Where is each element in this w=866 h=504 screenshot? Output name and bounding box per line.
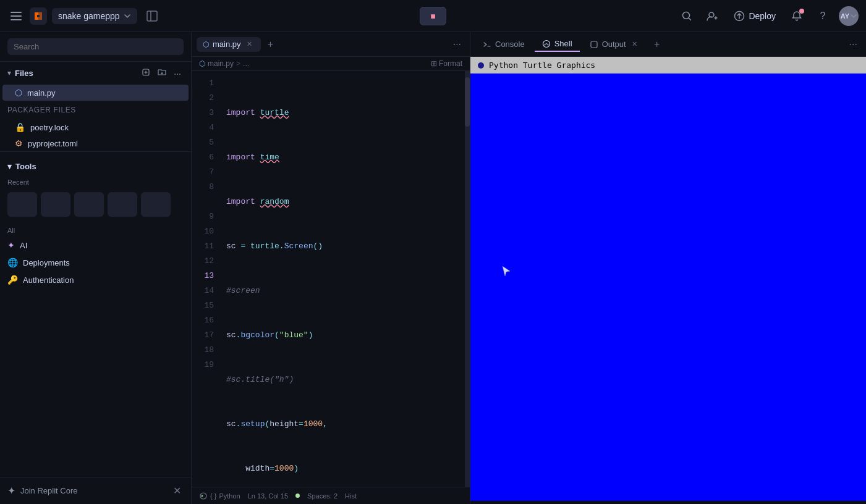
tools-chevron-icon: ▾	[7, 162, 12, 171]
code-line-2: import time	[221, 150, 470, 165]
recent-tool-5[interactable]	[141, 192, 171, 217]
join-bar-close-btn[interactable]: ✕	[171, 482, 184, 499]
console-tab-label: Console	[495, 40, 525, 49]
run-status-item[interactable]: { } Python	[199, 492, 240, 500]
shell-tab[interactable]: Shell	[535, 36, 580, 52]
output-tab[interactable]: Output ✕	[582, 37, 647, 52]
files-section-header[interactable]: ▾ Files ···	[0, 62, 191, 85]
ai-tool-item[interactable]: ✦ AI	[0, 237, 191, 254]
status-active-dot	[295, 494, 300, 498]
recent-label: Recent	[0, 176, 191, 188]
deployments-tool-icon: 🌐	[7, 258, 18, 267]
recent-icons-row	[0, 188, 191, 220]
poetry-lock-label: poetry.lock	[30, 123, 69, 132]
poetry-lock-icon: 🔒	[15, 122, 25, 132]
hist-label: Hist	[345, 492, 357, 500]
join-core-bar[interactable]: ✦ Join Replit Core ✕	[0, 477, 191, 504]
files-section-actions: ···	[139, 67, 184, 80]
code-line-8a: sc.setup(height=1000,	[221, 417, 470, 432]
panel-new-tab-btn[interactable]: +	[650, 37, 664, 52]
deploy-btn[interactable]: Deploy	[729, 7, 781, 25]
recent-tool-3[interactable]	[74, 192, 104, 217]
main-py-tab[interactable]: ⬡ main.py ✕	[197, 37, 261, 52]
files-label: Files	[15, 69, 33, 78]
python-label: Python	[219, 492, 240, 500]
search-input[interactable]	[7, 38, 184, 55]
cursor-arrow-icon	[501, 265, 511, 277]
new-tab-btn[interactable]: +	[263, 37, 278, 52]
main-body: ▾ Files ··· ⬡ main.py Packager files 🔒 p…	[0, 32, 866, 504]
main-py-label: main.py	[27, 88, 56, 98]
avatar[interactable]: AY	[839, 6, 859, 26]
format-btn[interactable]: ⊞ Format	[431, 59, 462, 68]
editor-scrollbar-thumb[interactable]	[465, 77, 470, 127]
code-content[interactable]: import turtle import time import random …	[221, 71, 470, 487]
authentication-tool-item[interactable]: 🔑 Authentication	[0, 271, 191, 288]
editor-scrollbar-track[interactable]	[465, 71, 470, 487]
spaces-label: Spaces: 2	[307, 492, 337, 500]
code-line-7: #sc.title("h")	[221, 372, 470, 387]
panel-overflow-btn[interactable]: ···	[846, 36, 861, 52]
tools-section: ▾ Tools Recent All ✦ AI 🌐 Deployments	[0, 151, 191, 288]
deployments-tool-item[interactable]: 🌐 Deployments	[0, 254, 191, 271]
help-icon: ?	[820, 10, 826, 22]
tab-file-icon: ⬡	[203, 40, 209, 49]
spaces-item[interactable]: Spaces: 2	[307, 492, 337, 500]
join-icon: ✦	[7, 485, 15, 497]
new-file-btn[interactable]	[139, 67, 153, 80]
poetry-lock-item[interactable]: 🔒 poetry.lock	[2, 119, 189, 135]
recent-tool-4[interactable]	[108, 192, 137, 217]
editor-tab-bar: ⬡ main.py ✕ + ···	[192, 32, 470, 57]
shell-tab-label: Shell	[554, 39, 572, 48]
recent-tool-2[interactable]	[41, 192, 70, 217]
breadcrumb-bar: ⬡ main.py > ... ⊞ Format	[192, 57, 470, 71]
sidebar-search-section	[0, 32, 191, 62]
tab-close-btn[interactable]: ✕	[245, 40, 255, 49]
all-label: All	[0, 224, 191, 237]
layout-toggle-btn[interactable]	[142, 6, 162, 26]
console-tab[interactable]: Console	[475, 37, 532, 51]
help-btn[interactable]: ?	[813, 6, 833, 26]
status-bar: { } Python Ln 13, Col 15 Spaces: 2 Hist	[192, 487, 470, 504]
breadcrumb-more: ...	[243, 59, 249, 68]
topnav-center: ■	[420, 7, 446, 25]
output-tab-label: Output	[602, 40, 626, 49]
output-title-dot	[478, 62, 484, 69]
ai-tool-label: AI	[20, 241, 27, 250]
notification-btn[interactable]	[787, 6, 807, 26]
ln-col-item[interactable]: Ln 13, Col 15	[248, 492, 288, 500]
main-py-file-item[interactable]: ⬡ main.py	[2, 85, 189, 101]
status-dot-item	[295, 494, 300, 498]
tools-label[interactable]: ▾ Tools	[0, 157, 191, 176]
project-name-label: snake gameppp	[58, 11, 120, 21]
sidebar-toggle-btn[interactable]	[7, 7, 25, 25]
code-editor[interactable]: 1 2 3 4 5 6 7 8 _ 9 10 11 12 13 14 15 16…	[192, 71, 470, 487]
new-folder-btn[interactable]	[155, 67, 169, 80]
topnav-left: snake gameppp	[7, 6, 412, 26]
breadcrumb-file: main.py	[208, 59, 234, 68]
run-status-label: { }	[210, 492, 216, 500]
tab-overflow-btn[interactable]: ···	[449, 36, 465, 52]
replit-logo[interactable]	[30, 7, 47, 25]
collab-btn[interactable]	[703, 6, 723, 26]
project-name-btn[interactable]: snake gameppp	[52, 8, 137, 24]
svg-rect-4	[147, 11, 157, 21]
pyproject-toml-label: pyproject.toml	[28, 139, 78, 148]
output-tab-close-btn[interactable]: ✕	[630, 40, 640, 49]
stop-run-btn[interactable]: ■	[420, 7, 446, 25]
main-py-icon: ⬡	[15, 88, 22, 98]
hist-item[interactable]: Hist	[345, 492, 357, 500]
svg-rect-3	[30, 7, 47, 25]
ai-tool-icon: ✦	[7, 240, 15, 250]
svg-point-6	[683, 12, 690, 19]
deployments-tool-label: Deployments	[23, 258, 70, 267]
topnav: snake gameppp ■	[0, 0, 866, 32]
code-line-8b: width=1000)	[221, 461, 470, 476]
line-numbers: 1 2 3 4 5 6 7 8 _ 9 10 11 12 13 14 15 16…	[192, 71, 221, 487]
pyproject-toml-item[interactable]: ⚙ pyproject.toml	[2, 135, 189, 151]
svg-rect-1	[11, 15, 22, 17]
breadcrumb-file-icon: ⬡	[199, 59, 205, 68]
search-btn[interactable]	[677, 6, 697, 26]
files-more-btn[interactable]: ···	[171, 67, 184, 80]
recent-tool-1[interactable]	[7, 192, 37, 217]
